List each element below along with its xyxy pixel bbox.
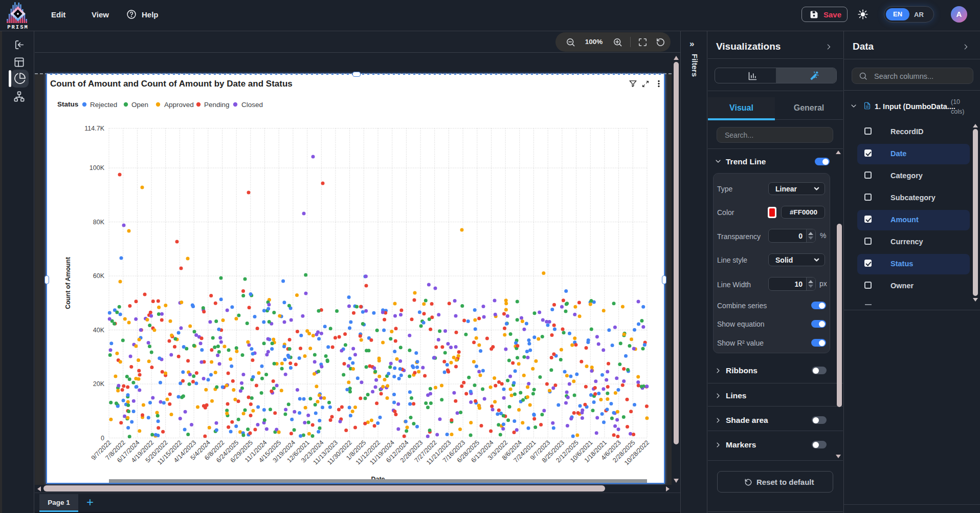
svg-text:Count of Amount and Count of A: Count of Amount and Count of Amount by D… [50,79,293,89]
svg-text:80K: 80K [93,219,105,226]
svg-text:60K: 60K [93,272,105,280]
svg-text:20K: 20K [93,380,105,388]
svg-text:114.7K: 114.7K [84,125,104,132]
svg-text:40K: 40K [93,327,105,334]
svg-text:Closed: Closed [241,101,263,109]
svg-text:0: 0 [101,435,104,442]
svg-text:Rejected: Rejected [90,101,117,109]
svg-text:PRISM: PRISM [7,24,29,29]
svg-text:Pending: Pending [204,101,230,109]
svg-text:Approved: Approved [164,101,194,109]
svg-text:Count of Amount: Count of Amount [64,256,72,309]
svg-text:100K: 100K [90,164,105,172]
svg-text:Status: Status [57,100,78,108]
svg-text:Open: Open [131,101,148,109]
